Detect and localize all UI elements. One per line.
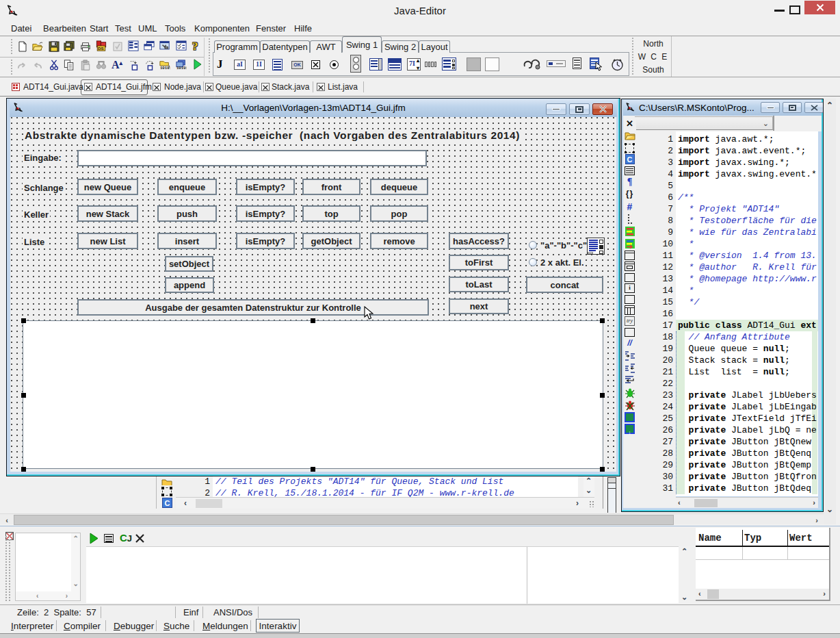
- svg-text:10101: 10101: [160, 66, 170, 71]
- svg-text:DS: DS: [98, 46, 104, 51]
- svg-text:10101: 10101: [176, 66, 187, 71]
